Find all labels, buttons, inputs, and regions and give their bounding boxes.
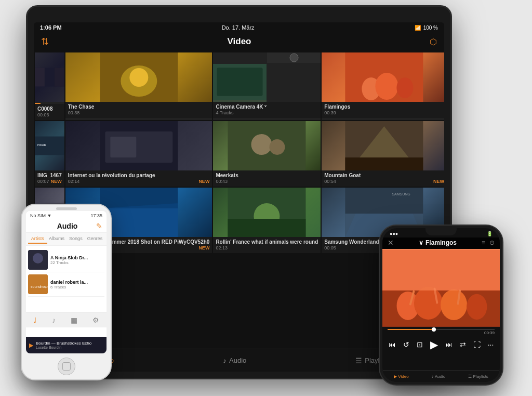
video-title-meerkats: Meerkats bbox=[216, 173, 318, 178]
phone-notch bbox=[425, 228, 457, 235]
svg-rect-20 bbox=[110, 137, 136, 157]
video-cell-meerkats[interactable]: Meerkats 00:43 bbox=[213, 121, 321, 187]
phone-new-progress-bar[interactable] bbox=[388, 329, 495, 330]
new-badge-red-hdr: NEW bbox=[198, 245, 209, 250]
svg-point-50 bbox=[441, 289, 467, 320]
current-time: 00:39 bbox=[484, 331, 495, 335]
svg-point-51 bbox=[467, 294, 487, 320]
video-duration-chase: 00:38 bbox=[68, 110, 210, 115]
video-cell-img1467[interactable]: PIXAR NEW IMG_1467 00:07 bbox=[35, 121, 64, 187]
phone-seek-back-icon[interactable]: ↺ bbox=[403, 340, 409, 349]
edit-icon[interactable]: ⬡ bbox=[430, 37, 437, 47]
video-cell-mountain[interactable]: NEW Mountain Goat 00:54 bbox=[322, 121, 444, 187]
video-title-chase: The Chase bbox=[68, 104, 210, 110]
close-button[interactable]: ✕ bbox=[388, 239, 394, 247]
phone-tab-genres[interactable]: Genres bbox=[85, 234, 104, 244]
svg-text:PIXAR: PIXAR bbox=[37, 143, 47, 147]
phone-new-tab-audio[interactable]: ♪ Audio bbox=[432, 374, 445, 379]
video-tracks-cinema: 4 Tracks bbox=[216, 110, 318, 115]
svg-text:SAMSUNG: SAMSUNG bbox=[392, 192, 410, 196]
svg-point-23 bbox=[270, 139, 285, 155]
now-playing-title: Bourdin — Brushstrokes Echo bbox=[36, 341, 103, 346]
video-duration-flamingos: 00:39 bbox=[324, 110, 444, 115]
phone-old-bottom-bar: ♩ ♪ ▦ ⚙ bbox=[26, 312, 107, 327]
svg-point-12 bbox=[397, 77, 414, 98]
bottom-icon-note[interactable]: ♪ bbox=[52, 316, 56, 324]
carrier-info: No SIM ▼ bbox=[30, 213, 51, 218]
battery-status: 100 % bbox=[423, 25, 438, 31]
phone-new-tab-video[interactable]: ▶ Video bbox=[394, 374, 409, 379]
wifi-icon: 📶 bbox=[415, 25, 421, 31]
now-playing-icon: ▶ bbox=[29, 342, 33, 349]
video-cell-flamingos[interactable]: Flamingos 00:39 bbox=[322, 52, 444, 120]
airplay-icon[interactable]: ⊙ bbox=[489, 239, 495, 246]
video-duration-c0008: 00:06 bbox=[37, 112, 62, 117]
video-cell-c0008[interactable]: C0008 00:06 bbox=[35, 52, 64, 120]
phone-shuffle-icon[interactable]: ⇄ bbox=[460, 340, 466, 349]
svg-rect-26 bbox=[345, 157, 423, 170]
svg-rect-8 bbox=[217, 68, 263, 96]
phone-rewind-icon[interactable]: ⏮ bbox=[389, 340, 396, 349]
video-cell-rollin[interactable]: Rollin' France what if animals were roun… bbox=[213, 188, 321, 253]
svg-rect-37 bbox=[228, 219, 306, 237]
phone-new-battery: 🔋 bbox=[487, 231, 493, 236]
phone-tab-songs[interactable]: Songs bbox=[66, 234, 86, 244]
phone-new-tab-playlists[interactable]: ☰ Playlists bbox=[468, 374, 488, 379]
svg-rect-1 bbox=[35, 68, 45, 87]
phone-forward-icon[interactable]: ⏭ bbox=[445, 340, 453, 349]
artist-item-ninja[interactable]: A Ninja Slob Dr... 22 Tracks bbox=[28, 248, 104, 272]
svg-point-43 bbox=[33, 253, 43, 263]
phone-new-screen: ●●● 🔋 ✕ ∨ Flamingos ≡ ⊙ bbox=[382, 228, 500, 382]
phone-artist-list: A Ninja Slob Dr... 22 Tracks soundmap da… bbox=[26, 246, 107, 299]
phone-more-icon[interactable]: ··· bbox=[488, 340, 494, 349]
bottom-icon-gear[interactable]: ⚙ bbox=[92, 316, 99, 324]
phone-now-playing[interactable]: ▶ Bourdin — Brushstrokes Echo Lucette Bo… bbox=[26, 337, 107, 353]
svg-text:soundmap: soundmap bbox=[31, 285, 48, 289]
phone-new-header-icons: ≡ ⊙ bbox=[482, 239, 495, 246]
progress-fill bbox=[388, 329, 436, 330]
svg-point-5 bbox=[129, 68, 148, 87]
video-title-mountain: Mountain Goat bbox=[324, 173, 444, 178]
phone-old-header: Audio ✎ bbox=[26, 220, 107, 233]
artist-ninja-info: A Ninja Slob Dr... 22 Tracks bbox=[50, 255, 104, 265]
bottom-icon-bars[interactable]: ▦ bbox=[71, 316, 77, 324]
progress-dot bbox=[432, 327, 436, 332]
video-title-c0008: C0008 bbox=[37, 106, 62, 112]
video-duration-internet: 02:14 bbox=[68, 179, 210, 184]
bottom-icon-music[interactable]: ♩ bbox=[33, 316, 37, 324]
phone-play-button[interactable]: ▶ bbox=[430, 338, 438, 351]
svg-point-22 bbox=[251, 134, 272, 155]
phone-new-signal: ●●● bbox=[390, 231, 398, 236]
artist-ninja-name: A Ninja Slob Dr... bbox=[50, 255, 104, 260]
video-title-internet: Internet ou la révolution du partage bbox=[68, 173, 210, 178]
sort-icon[interactable]: ⇅ bbox=[41, 36, 49, 47]
phone-old-device: No SIM ▼ 17:35 Audio ✎ Artists Albums So… bbox=[21, 204, 112, 380]
new-badge-mountain: NEW bbox=[433, 179, 444, 184]
settings-icon[interactable]: ≡ bbox=[482, 239, 485, 246]
now-playing-artist: Lucette Bourdin bbox=[36, 346, 103, 349]
phone-fullscreen-icon[interactable]: ⛶ bbox=[473, 340, 481, 349]
phone-old-edit[interactable]: ✎ bbox=[96, 222, 102, 230]
svg-rect-55 bbox=[382, 249, 500, 291]
phone-old-screen: No SIM ▼ 17:35 Audio ✎ Artists Albums So… bbox=[26, 211, 107, 353]
phone-tab-albums[interactable]: Albums bbox=[47, 234, 66, 244]
artist-item-daniel[interactable]: soundmap daniel robert la... 6 Tracks bbox=[28, 272, 104, 297]
video-cell-internet[interactable]: NEW Internet ou la révolution du partage… bbox=[65, 121, 212, 187]
svg-point-49 bbox=[414, 287, 443, 320]
phone-speaker bbox=[56, 207, 77, 210]
video-title-img1467: IMG_1467 bbox=[37, 173, 62, 178]
phone-new-time-display: 00:39 bbox=[382, 331, 500, 335]
svg-rect-2 bbox=[55, 68, 64, 87]
svg-rect-44 bbox=[28, 274, 48, 294]
tab-audio[interactable]: ♪ Audio bbox=[223, 357, 246, 365]
video-cell-chase[interactable]: The Chase 00:38 bbox=[65, 52, 212, 120]
phone-tab-artists[interactable]: Artists bbox=[28, 234, 47, 244]
video-cell-cinema[interactable]: Cinema Camera 4K ᵛ 4 Tracks bbox=[213, 52, 321, 120]
phone-old-title: Audio bbox=[57, 222, 78, 230]
phone-new-video-thumb bbox=[382, 249, 500, 327]
video-title-rollin: Rollin' France what if animals were roun… bbox=[216, 239, 318, 245]
svg-point-11 bbox=[376, 73, 398, 100]
phone-subtitle-icon[interactable]: ⊡ bbox=[417, 340, 423, 349]
phone-old-home-button[interactable] bbox=[58, 358, 75, 375]
tablet-status-bar: 1:06 PM Do. 17. März 📶 100 % bbox=[34, 22, 444, 33]
